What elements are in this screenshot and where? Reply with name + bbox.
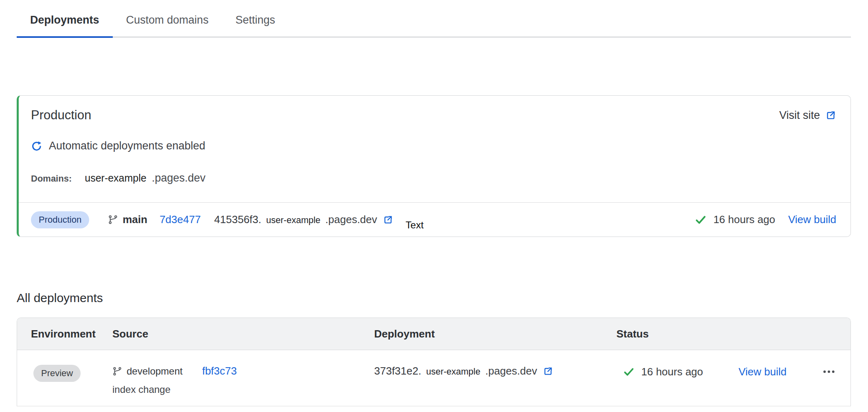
environment-cell: Preview [17,365,112,382]
status-time-group: 16 hours ago [695,213,775,226]
view-build-link[interactable]: View build [788,213,836,226]
visit-site-link[interactable]: Visit site [779,109,836,122]
deployment-cell: 373f31e2. user-example .pages.dev [374,365,616,377]
url-project: user-example [266,215,320,226]
environment-badge: Production [31,211,89,228]
table-header-row: Environment Source Deployment Status [17,318,850,350]
external-link-icon [825,110,836,121]
check-icon [623,366,634,377]
deploy-time: 16 hours ago [641,366,703,378]
auto-deployments-label: Automatic deployments enabled [49,140,205,152]
column-header-status: Status [616,328,850,340]
git-branch-icon [112,366,122,376]
external-link-icon [543,366,553,377]
environment-badge: Preview [33,365,81,382]
domains-row: Domains: user-example .pages.dev [31,172,836,184]
tab-deployments[interactable]: Deployments [17,9,113,38]
all-deployments-heading: All deployments [17,291,851,305]
commit-link[interactable]: fbf3c73 [202,365,237,377]
domains-label: Domains: [31,173,72,184]
production-card: Production Visit site Automa [17,95,851,237]
column-header-source: Source [112,328,374,340]
branch-name: development [127,366,182,377]
text-annotation: Text [406,219,423,231]
status-time-group: 16 hours ago [623,366,703,378]
url-suffix: .pages.dev [325,213,377,226]
domain-suffix: .pages.dev [152,172,206,184]
tab-custom-domains[interactable]: Custom domains [113,9,222,38]
git-branch-icon [108,215,118,225]
tab-bar: Deployments Custom domains Settings [17,9,851,37]
deploy-time: 16 hours ago [713,213,775,226]
url-prefix: 415356f3. [214,213,261,226]
branch-name: main [123,213,147,226]
visit-site-label: Visit site [779,109,820,122]
view-build-link[interactable]: View build [739,366,787,378]
deployment-url[interactable]: 373f31e2. user-example .pages.dev [374,365,616,377]
check-icon [695,214,706,226]
commit-message: index change [112,384,374,395]
production-card-header: Production Visit site [31,108,836,123]
deployments-table: Environment Source Deployment Status Pre… [17,318,851,406]
domain-project-name: user-example [85,172,146,184]
commit-link[interactable]: 7d3e477 [160,213,201,226]
source-branch-line: development fbf3c73 [112,365,374,377]
url-suffix: .pages.dev [485,365,537,377]
table-row: Preview development fbf3c73 [17,350,850,406]
ellipsis-icon[interactable] [822,365,836,379]
refresh-icon [31,140,42,152]
column-header-environment: Environment [17,328,112,340]
status-cell: 16 hours ago View build [616,365,850,379]
production-deployment-row: Production main 7d3e477 415356f3. user-e… [19,202,850,237]
branch-group: main [108,213,147,226]
deployments-page: Deployments Custom domains Settings Prod… [0,9,868,412]
url-project: user-example [426,366,480,377]
production-title: Production [31,108,91,123]
auto-deployments-row: Automatic deployments enabled [31,140,836,152]
deployment-url[interactable]: 415356f3. user-example .pages.dev [214,213,393,226]
source-cell: development fbf3c73 index change [112,365,374,395]
column-header-deployment: Deployment [374,328,616,340]
tab-settings[interactable]: Settings [222,9,289,38]
external-link-icon [383,215,393,225]
url-prefix: 373f31e2. [374,365,421,377]
